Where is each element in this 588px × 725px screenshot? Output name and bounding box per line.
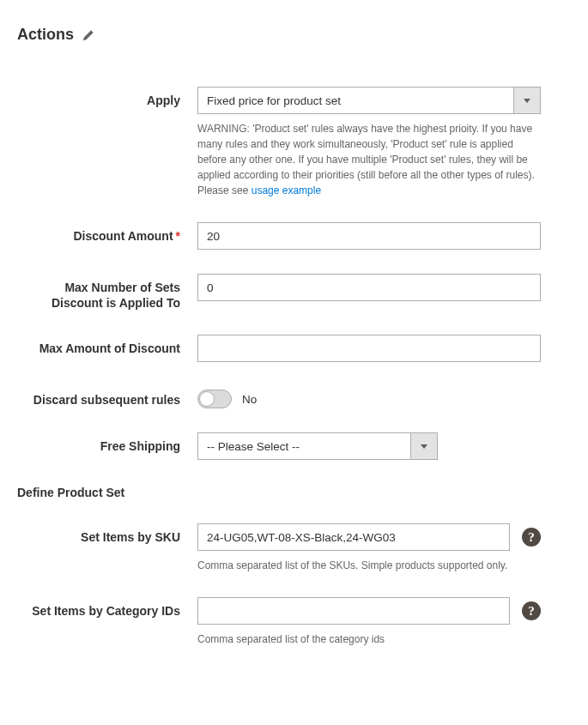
label-category: Set Items by Category IDs (17, 597, 197, 619)
section-header: Actions (17, 26, 571, 44)
field-sku: Set Items by SKU ? Comma separated list … (17, 523, 571, 573)
toggle-discard[interactable] (197, 390, 232, 408)
input-max-amount[interactable] (197, 335, 541, 362)
label-max-amount: Max Amount of Discount (17, 335, 197, 356)
field-discount-amount: Discount Amount* (17, 222, 571, 250)
section-title: Actions (17, 26, 74, 44)
label-discard: Discard subsequent rules (17, 386, 197, 408)
field-max-sets: Max Number of Sets Discount is Applied T… (17, 274, 571, 311)
chevron-down-icon (421, 444, 427, 449)
field-max-amount: Max Amount of Discount (17, 335, 571, 362)
select-apply-button[interactable] (513, 87, 541, 114)
input-max-sets[interactable] (197, 274, 541, 301)
select-free-shipping-value[interactable] (197, 432, 410, 460)
select-free-shipping-button[interactable] (410, 432, 438, 460)
input-category[interactable] (197, 597, 510, 625)
toggle-knob (199, 391, 215, 407)
field-category: Set Items by Category IDs ? Comma separa… (17, 597, 571, 647)
field-discard: Discard subsequent rules No (17, 386, 571, 408)
apply-warning: WARNING: 'Product set' rules always have… (197, 121, 541, 198)
label-max-sets: Max Number of Sets Discount is Applied T… (17, 274, 197, 311)
select-apply-value[interactable] (197, 87, 513, 114)
field-apply: Apply WARNING: 'Product set' rules alway… (17, 87, 571, 198)
toggle-discard-label: No (242, 393, 257, 406)
field-free-shipping: Free Shipping (17, 432, 571, 460)
required-mark: * (176, 229, 180, 243)
input-discount-amount[interactable] (197, 222, 541, 250)
help-icon[interactable]: ? (522, 601, 541, 620)
hint-category: Comma separated list of the category ids (197, 631, 541, 647)
chevron-down-icon (524, 99, 530, 103)
hint-sku: Comma separated list of the SKUs. Simple… (197, 558, 541, 573)
usage-example-link[interactable]: usage example (252, 184, 321, 196)
select-apply[interactable] (197, 87, 541, 114)
label-discount-amount: Discount Amount* (17, 222, 197, 244)
select-free-shipping[interactable] (197, 432, 438, 460)
subsection-title: Define Product Set (17, 486, 571, 499)
label-sku: Set Items by SKU (17, 523, 197, 545)
edit-icon[interactable] (82, 29, 94, 41)
input-sku[interactable] (197, 523, 510, 551)
help-icon[interactable]: ? (522, 528, 541, 547)
label-apply: Apply (17, 87, 197, 108)
label-free-shipping: Free Shipping (17, 432, 197, 454)
